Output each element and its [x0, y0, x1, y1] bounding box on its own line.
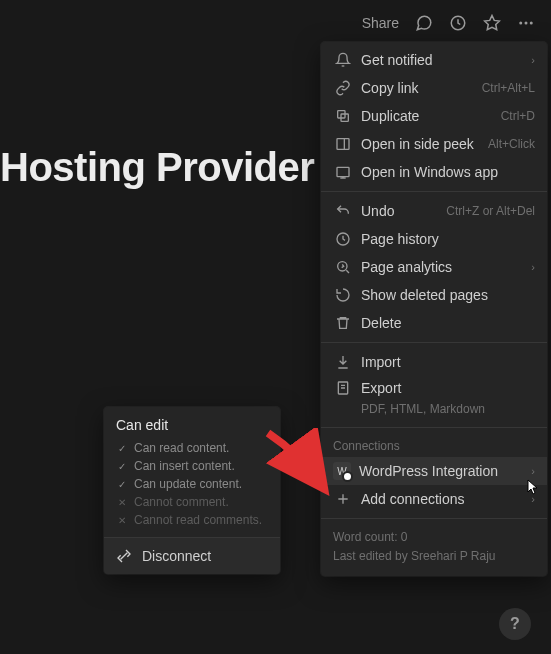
check-icon: ✓ [116, 443, 128, 454]
chevron-right-icon: › [531, 261, 535, 273]
menu-separator [321, 518, 547, 519]
menu-label: Copy link [361, 80, 476, 96]
permission-row: ✓Can update content. [104, 475, 280, 493]
permissions-popover: Can edit ✓Can read content.✓Can insert c… [104, 407, 280, 574]
permission-text: Can update content. [134, 477, 242, 491]
menu-undo[interactable]: Undo Ctrl+Z or Alt+Del [321, 197, 547, 225]
menu-footer: Word count: 0 Last edited by Sreehari P … [321, 524, 547, 572]
svg-point-3 [525, 21, 528, 24]
svg-point-4 [530, 21, 533, 24]
permission-row: ✕Cannot comment. [104, 493, 280, 511]
menu-separator [321, 191, 547, 192]
menu-separator [321, 427, 547, 428]
menu-label: Import [361, 354, 535, 370]
app-window-icon [333, 162, 353, 182]
comments-icon[interactable] [415, 14, 433, 32]
export-subtitle: PDF, HTML, Markdown [321, 400, 547, 422]
menu-import[interactable]: Import [321, 348, 547, 376]
svg-point-2 [519, 21, 522, 24]
connections-header: Connections [321, 433, 547, 457]
menu-label: Add connections [361, 491, 525, 507]
chevron-right-icon: › [531, 54, 535, 66]
permission-text: Can read content. [134, 441, 229, 455]
menu-separator [321, 342, 547, 343]
analytics-icon [333, 257, 353, 277]
menu-label: Open in side peek [361, 136, 482, 152]
svg-point-11 [338, 262, 347, 271]
page-actions-menu: Get notified › Copy link Ctrl+Alt+L Dupl… [321, 42, 547, 576]
disconnect-label: Disconnect [142, 548, 211, 564]
menu-delete[interactable]: Delete [321, 309, 547, 337]
menu-get-notified[interactable]: Get notified › [321, 46, 547, 74]
disconnect-icon [116, 548, 132, 564]
side-peek-icon [333, 134, 353, 154]
duplicate-icon [333, 106, 353, 126]
menu-label: Delete [361, 315, 535, 331]
last-edited: Last edited by Sreehari P Raju [333, 547, 535, 566]
permission-text: Cannot comment. [134, 495, 229, 509]
menu-label: Open in Windows app [361, 164, 535, 180]
shortcut-hint: Ctrl+Alt+L [482, 81, 535, 95]
plus-icon [333, 489, 353, 509]
bell-icon [333, 50, 353, 70]
menu-label: Page analytics [361, 259, 525, 275]
menu-label: Undo [361, 203, 440, 219]
topbar: Share [362, 0, 551, 45]
trash-icon [333, 313, 353, 333]
favorite-icon[interactable] [483, 14, 501, 32]
x-icon: ✕ [116, 515, 128, 526]
more-icon[interactable] [517, 14, 535, 32]
menu-windows-app[interactable]: Open in Windows app [321, 158, 547, 186]
svg-marker-1 [485, 15, 500, 29]
wordpress-icon: W [333, 462, 351, 480]
disconnect-button[interactable]: Disconnect [104, 538, 280, 574]
check-icon: ✓ [116, 479, 128, 490]
permission-text: Can insert content. [134, 459, 235, 473]
shortcut-hint: Alt+Click [488, 137, 535, 151]
page-title: Hosting Provider [0, 145, 314, 190]
export-icon [333, 378, 353, 398]
menu-add-connections[interactable]: Add connections › [321, 485, 547, 513]
link-icon [333, 78, 353, 98]
restore-icon [333, 285, 353, 305]
menu-label: Duplicate [361, 108, 495, 124]
permission-row: ✕Cannot read comments. [104, 511, 280, 529]
menu-show-deleted[interactable]: Show deleted pages [321, 281, 547, 309]
x-icon: ✕ [116, 497, 128, 508]
permissions-title: Can edit [104, 407, 280, 439]
updates-icon[interactable] [449, 14, 467, 32]
menu-duplicate[interactable]: Duplicate Ctrl+D [321, 102, 547, 130]
menu-export[interactable]: Export [321, 376, 547, 400]
permission-text: Cannot read comments. [134, 513, 262, 527]
share-button[interactable]: Share [362, 15, 399, 31]
menu-page-analytics[interactable]: Page analytics › [321, 253, 547, 281]
menu-copy-link[interactable]: Copy link Ctrl+Alt+L [321, 74, 547, 102]
shortcut-hint: Ctrl+Z or Alt+Del [446, 204, 535, 218]
svg-rect-7 [337, 139, 349, 150]
menu-label: Get notified [361, 52, 525, 68]
menu-label: Export [361, 380, 535, 396]
word-count: Word count: 0 [333, 528, 535, 547]
help-button[interactable]: ? [499, 608, 531, 640]
svg-rect-9 [337, 167, 349, 176]
menu-side-peek[interactable]: Open in side peek Alt+Click [321, 130, 547, 158]
menu-label: WordPress Integration [359, 463, 525, 479]
menu-label: Show deleted pages [361, 287, 535, 303]
chevron-right-icon: › [531, 493, 535, 505]
menu-label: Page history [361, 231, 535, 247]
permission-row: ✓Can insert content. [104, 457, 280, 475]
menu-page-history[interactable]: Page history [321, 225, 547, 253]
undo-icon [333, 201, 353, 221]
check-icon: ✓ [116, 461, 128, 472]
chevron-right-icon: › [531, 465, 535, 477]
permission-row: ✓Can read content. [104, 439, 280, 457]
import-icon [333, 352, 353, 372]
shortcut-hint: Ctrl+D [501, 109, 535, 123]
history-icon [333, 229, 353, 249]
menu-wordpress-integration[interactable]: W WordPress Integration › [321, 457, 547, 485]
